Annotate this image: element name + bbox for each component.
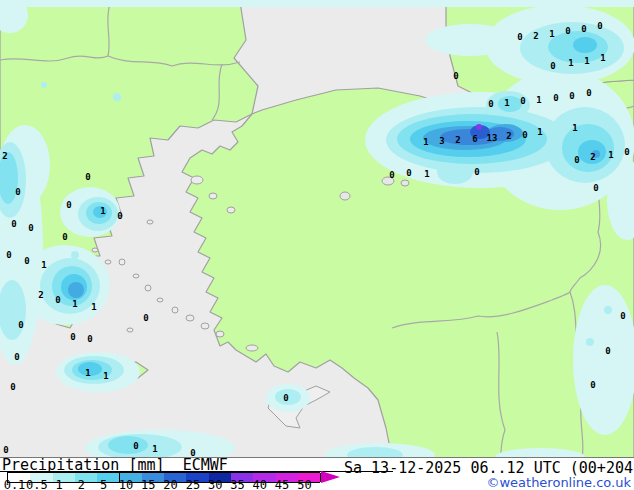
precip-value: 2 xyxy=(506,132,511,141)
legend-tick-label: 30 xyxy=(208,480,222,490)
precip-value: 0 xyxy=(597,22,602,31)
precip-value: 0 xyxy=(11,220,16,229)
precip-value: 0 xyxy=(581,25,586,34)
precip-value: 1 xyxy=(572,124,577,133)
precip-value: 1 xyxy=(584,57,589,66)
precip-value: 3 xyxy=(439,137,444,146)
precip-value: 0 xyxy=(55,296,60,305)
precip-value: 0 xyxy=(590,381,595,390)
precip-value: 0 xyxy=(522,131,527,140)
precip-value: 0 xyxy=(117,212,122,221)
precip-value: 0 xyxy=(143,314,148,323)
precip-value: 0 xyxy=(66,201,71,210)
precip-value: 0 xyxy=(574,156,579,165)
precip-value: 2 xyxy=(590,153,595,162)
precip-value: 0 xyxy=(553,94,558,103)
precip-value: 1 xyxy=(152,445,157,454)
legend-tick-label: 45 xyxy=(275,480,289,490)
precip-value: 0 xyxy=(85,173,90,182)
legend-tick-label: 1 xyxy=(55,480,62,490)
precip-value: 0 xyxy=(28,224,33,233)
precip-value: 1 xyxy=(537,128,542,137)
precip-value: 1 xyxy=(100,207,105,216)
precip-value: 0 xyxy=(70,333,75,342)
color-scale-labels: 0.10.5125101520253035404550 xyxy=(0,480,340,490)
legend-tick-label: 0.1 xyxy=(4,480,26,490)
precip-value: 13 xyxy=(487,134,498,143)
precip-value: 1 xyxy=(423,138,428,147)
precip-value: 0 xyxy=(565,27,570,36)
precip-value: 0 xyxy=(283,394,288,403)
map-canvas: 2000100000012011000001100001000210000111… xyxy=(0,0,634,458)
precip-value: 1 xyxy=(536,96,541,105)
legend-tick-label: 20 xyxy=(163,480,177,490)
precip-value: 0 xyxy=(62,233,67,242)
precip-value: 0 xyxy=(569,92,574,101)
legend-tick-label: 0.5 xyxy=(26,480,48,490)
precip-value: 1 xyxy=(568,59,573,68)
precip-value: 0 xyxy=(406,169,411,178)
precip-value: 0 xyxy=(3,446,8,455)
precip-value: 6 xyxy=(472,135,477,144)
precip-value: 0 xyxy=(605,347,610,356)
precip-value: 0 xyxy=(87,335,92,344)
precip-value: 1 xyxy=(91,303,96,312)
legend-tick-label: 40 xyxy=(253,480,267,490)
precip-value: 0 xyxy=(520,97,525,106)
precip-value: 2 xyxy=(2,152,7,161)
precip-value: 1 xyxy=(424,170,429,179)
precip-value: 2 xyxy=(533,32,538,41)
precip-value: 0 xyxy=(453,72,458,81)
legend-tick-label: 50 xyxy=(297,480,311,490)
precip-value: 1 xyxy=(504,99,509,108)
precip-value: 1 xyxy=(600,54,605,63)
precip-value: 2 xyxy=(38,291,43,300)
legend-tick-label: 5 xyxy=(100,480,107,490)
legend-tick-label: 15 xyxy=(141,480,155,490)
precip-value: 0 xyxy=(14,353,19,362)
precip-value: 0 xyxy=(620,312,625,321)
precip-value: 0 xyxy=(624,148,629,157)
precip-value: 1 xyxy=(608,151,613,160)
precip-value: 2 xyxy=(455,136,460,145)
legend-tick-label: 35 xyxy=(230,480,244,490)
precip-value: 1 xyxy=(41,261,46,270)
precip-value: 0 xyxy=(6,251,11,260)
legend-bar: Precipitation [mm] ECMWF 0.10.5125101520… xyxy=(0,457,634,490)
precip-value: 0 xyxy=(474,168,479,177)
precip-value: 0 xyxy=(517,33,522,42)
legend-tick-label: 25 xyxy=(186,480,200,490)
copyright-label: ©weatheronline.co.uk xyxy=(486,475,631,490)
precip-value: 0 xyxy=(550,62,555,71)
precip-value: 0 xyxy=(15,188,20,197)
precip-value: 0 xyxy=(18,321,23,330)
legend-tick-label: 10 xyxy=(119,480,133,490)
precip-value: 0 xyxy=(586,89,591,98)
precip-value: 1 xyxy=(549,30,554,39)
precip-value: 0 xyxy=(133,442,138,451)
legend-tick-label: 2 xyxy=(78,480,85,490)
precip-value: 1 xyxy=(85,369,90,378)
precip-value: 1 xyxy=(72,300,77,309)
precip-value: 0 xyxy=(389,171,394,180)
weather-map-page: 2000100000012011000001100001000210000111… xyxy=(0,0,634,490)
precip-value: 0 xyxy=(24,257,29,266)
precip-value: 0 xyxy=(593,184,598,193)
precip-value: 1 xyxy=(103,372,108,381)
precip-value: 0 xyxy=(488,100,493,109)
precip-value: 0 xyxy=(10,383,15,392)
